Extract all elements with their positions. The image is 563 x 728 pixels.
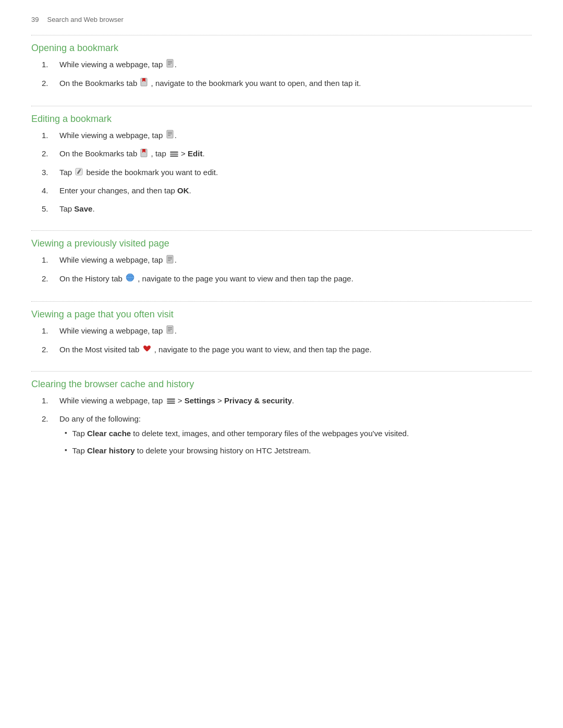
page-header: 39 Search and Web browser [31, 16, 532, 26]
step-item: While viewing a webpage, tap . [42, 59, 532, 71]
step-text: Tap Save. [59, 203, 532, 215]
sub-list-item: Tap Clear history to delete your browsin… [65, 445, 532, 457]
step-item: Tap Save. [42, 203, 532, 215]
step-item: While viewing a webpage, tap . [42, 254, 532, 267]
bookmark-icon [166, 59, 174, 71]
step-item: On the Bookmarks tab , navigate to the b… [42, 78, 532, 90]
step-text: Do any of the following: Tap Clear cache… [59, 413, 532, 462]
svg-rect-27 [168, 329, 172, 330]
section-content-editing-bookmark: While viewing a webpage, tap . On the Bo… [31, 130, 532, 231]
svg-rect-20 [168, 260, 170, 261]
svg-rect-31 [167, 403, 175, 404]
svg-rect-29 [167, 399, 175, 400]
sub-item-text: Tap Clear cache to delete text, images, … [72, 428, 532, 440]
step-item: On the Most visited tab , navigate to th… [42, 344, 532, 356]
bookmarks-tab-icon [140, 78, 148, 90]
page-title: Search and Web browser [47, 16, 123, 23]
step-text: Tap beside the bookmark you want to edit… [59, 167, 532, 179]
steps-list: While viewing a webpage, tap . On the Bo… [42, 130, 532, 215]
svg-rect-13 [170, 154, 178, 155]
steps-list: While viewing a webpage, tap . On the Hi… [42, 254, 532, 286]
svg-rect-2 [168, 63, 172, 64]
section-title-viewing-often: Viewing a page that you often visit [31, 302, 532, 325]
svg-rect-1 [168, 61, 172, 62]
svg-rect-28 [168, 330, 170, 331]
step-text: On the Bookmarks tab , navigate to the b… [59, 78, 532, 90]
section-title-viewing-visited: Viewing a previously visited page [31, 231, 532, 254]
heart-icon [143, 344, 151, 355]
step-item: Tap beside the bookmark you want to edit… [42, 167, 532, 179]
svg-rect-19 [168, 258, 172, 260]
section-viewing-often: Viewing a page that you often visit Whil… [31, 302, 532, 371]
bookmark-icon [166, 255, 174, 267]
step-text: On the Most visited tab , navigate to th… [59, 344, 532, 356]
step-item: While viewing a webpage, tap . [42, 130, 532, 142]
sub-list: Tap Clear cache to delete text, images, … [59, 425, 532, 456]
section-viewing-visited: Viewing a previously visited page While … [31, 231, 532, 301]
step-item: While viewing a webpage, tap . [42, 325, 532, 338]
section-editing-bookmark: Editing a bookmark While viewing a webpa… [31, 106, 532, 231]
svg-rect-14 [170, 156, 178, 157]
sub-list-item: Tap Clear cache to delete text, images, … [65, 428, 532, 440]
svg-rect-9 [168, 135, 170, 136]
svg-rect-30 [167, 401, 175, 402]
step-text: While viewing a webpage, tap . [59, 254, 532, 267]
section-content-viewing-visited: While viewing a webpage, tap . On the Hi… [31, 254, 532, 301]
sub-item-text: Tap Clear history to delete your browsin… [72, 445, 532, 457]
section-content-viewing-often: While viewing a webpage, tap . On the Mo… [31, 325, 532, 371]
svg-rect-18 [168, 257, 172, 258]
step-item: On the Bookmarks tab , tap [42, 148, 532, 161]
step-text: While viewing a webpage, tap . [59, 59, 532, 71]
steps-list: While viewing a webpage, tap . On the Bo… [42, 59, 532, 90]
history-icon [126, 273, 134, 286]
svg-rect-8 [168, 133, 172, 134]
step-text: Enter your changes, and then tap OK. [59, 185, 532, 197]
step-text: On the History tab , navigate to the pag… [59, 273, 532, 286]
step-item: On the History tab , navigate to the pag… [42, 273, 532, 286]
step-item: Enter your changes, and then tap OK. [42, 185, 532, 197]
step-text: While viewing a webpage, tap . [59, 325, 532, 338]
bookmark-icon [166, 325, 174, 338]
edit-icon [75, 167, 83, 179]
svg-rect-12 [170, 152, 178, 153]
step-item: Do any of the following: Tap Clear cache… [42, 413, 532, 462]
menu-icon [166, 398, 175, 404]
section-clearing-cache: Clearing the browser cache and history W… [31, 372, 532, 477]
section-title-opening-bookmark: Opening a bookmark [31, 35, 532, 59]
bookmark-icon [166, 130, 174, 142]
step-item: While viewing a webpage, tap > Settings … [42, 395, 532, 407]
svg-rect-26 [168, 327, 172, 328]
step-text: On the Bookmarks tab , tap [59, 148, 532, 161]
steps-list: While viewing a webpage, tap . On the Mo… [42, 325, 532, 355]
section-opening-bookmark: Opening a bookmark While viewing a webpa… [31, 35, 532, 106]
svg-rect-7 [168, 132, 172, 133]
section-content-opening-bookmark: While viewing a webpage, tap . On the Bo… [31, 59, 532, 106]
step-text: While viewing a webpage, tap > Settings … [59, 395, 532, 407]
step-text: While viewing a webpage, tap . [59, 130, 532, 142]
menu-icon [169, 151, 178, 157]
section-title-editing-bookmark: Editing a bookmark [31, 106, 532, 130]
bookmarks-tab-icon [140, 149, 148, 161]
steps-list: While viewing a webpage, tap > Settings … [42, 395, 532, 462]
section-content-clearing-cache: While viewing a webpage, tap > Settings … [31, 395, 532, 477]
section-title-clearing-cache: Clearing the browser cache and history [31, 372, 532, 395]
svg-rect-3 [168, 64, 170, 65]
page-number: 39 [31, 16, 39, 23]
